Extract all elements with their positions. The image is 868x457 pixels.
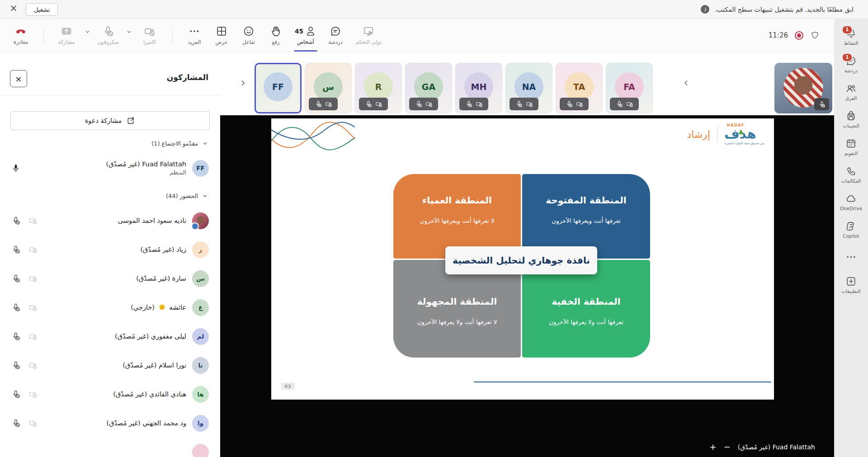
participants-panel-header: المشاركون × [0,52,220,96]
avatar: TA [565,72,594,101]
participant-row[interactable]: ع عائشه (خارجي) [0,293,220,322]
rail-item-chat[interactable]: 1 دردشة [834,50,868,78]
rail-item-onedrive[interactable]: OneDrive [834,188,868,216]
participant-row-organizer[interactable]: FF Fuad Falattah (غير مُصدّق) المنظم [0,154,220,183]
camera-dropdown-chevron[interactable] [123,19,135,52]
video-tile[interactable]: TA [556,63,603,113]
participant-row[interactable]: نا نورا اسلام (غير مُصدّق) [0,351,220,380]
camera-off-icon [28,332,38,341]
participant-row[interactable]: وا ود محمد الجهني (غير مُصدّق) [0,409,220,438]
view-button[interactable]: عرض [208,19,235,52]
meeting-toolbar: مغادرة مشاركة ميكروفون كاميرا المزيد عرض… [0,19,834,52]
camera-button[interactable]: كاميرا [135,19,164,52]
more-button[interactable]: المزيد [181,19,208,52]
rail-item-label: الفرق [845,95,857,101]
meeting-timer: 11:26 [769,31,788,39]
participant-name: ناديه سعود احمد الموسى [118,217,186,224]
participant-row[interactable]: لم ليلى مغفوري (غير مُصدّق) [0,322,220,351]
avatar: FF [264,72,292,101]
rail-item-activity[interactable]: 1 النشاط [834,23,868,50]
people-icon [305,25,316,37]
share-invite-button[interactable]: مشاركة دعوة [10,111,210,130]
people-button[interactable]: 45 أشخاص [289,19,322,52]
recording-indicator-icon [795,31,803,40]
participant-row[interactable]: ها هنادي القائدي (غير مُصدّق) [0,380,220,409]
participant-row[interactable]: ناديه سعود احمد الموسى [0,206,220,235]
mic-on-icon[interactable] [11,164,20,173]
copilot-icon [845,221,857,232]
camera-off-icon [144,25,156,37]
quadrant-subtitle: لا تعرفها أنت ويعرفها الآخرون [420,217,495,224]
video-tile[interactable]: R [355,63,402,113]
rail-item-calendar[interactable]: التقويم [834,133,868,160]
video-tile[interactable]: س [305,63,352,113]
tile-status-badge [459,98,488,110]
strip-expand-chevron[interactable] [239,79,247,87]
camera-off-icon [425,100,433,108]
rail-item-more[interactable] [834,243,868,271]
participant-name: سارة (غير مُصدّق) [136,275,186,282]
turn-on-notifications-button[interactable]: تشغيل [26,3,58,16]
video-tile[interactable]: FA [606,63,653,113]
participant-row[interactable] [0,438,220,457]
rail-item-teams[interactable]: الفرق [834,78,868,105]
quadrant-subtitle: تعرفها أنت ولا يعرفها الآخرون [549,318,623,325]
video-tile[interactable]: NA [505,63,552,113]
share-screen-icon [61,25,72,37]
slide-footer-line [474,382,771,382]
apps-icon [845,276,857,287]
attendees-section-header[interactable]: الحضور (44) [0,185,220,206]
zoom-out-button[interactable]: − [724,443,731,451]
mic-off-icon [11,274,20,283]
video-tile[interactable]: MH [455,63,502,113]
johari-quadrant-top-right: المنطقة المفتوحةتعرفها أنت ويعرفها الآخر… [522,174,650,259]
share-invite-icon [126,116,135,125]
mic-off-icon [566,100,573,108]
mic-off-icon [415,100,422,108]
participant-row[interactable]: ز زياد (غير مُصدّق) [0,235,220,264]
participant-name: نورا اسلام (غير مُصدّق) [123,362,186,369]
meeting-status-group: 11:26 [769,19,834,52]
raise-hand-button[interactable]: رفع [262,19,289,52]
avatar: س [192,270,209,287]
tile-list: FF س R GA MH NA TA [255,63,653,113]
mic-off-icon [11,419,20,428]
teams-meeting-window: { "banner": { "message": "ابق مطلعًا بال… [0,0,868,457]
camera-off-icon [28,303,38,312]
take-control-button[interactable]: تولي التحكم [349,19,388,52]
mic-off-icon [11,332,20,341]
mic-off-icon [365,100,372,108]
zoom-in-button[interactable]: + [710,443,717,451]
video-tile[interactable]: GA [405,63,452,113]
security-shield-icon [810,31,820,40]
tile-status-badge [509,98,538,110]
leave-button[interactable]: مغادرة [6,19,35,52]
video-tile-self[interactable] [774,63,832,113]
mic-button[interactable]: ميكروفون [94,19,123,52]
video-tile[interactable]: FF [255,63,302,113]
tile-status-badge [814,98,829,110]
strip-collapse-chevron[interactable] [682,79,690,87]
banner-close-icon[interactable]: × [8,3,19,14]
tile-status-badge [610,98,639,110]
participant-row[interactable]: س سارة (غير مُصدّق) [0,264,220,293]
more-icon [845,251,857,263]
share-button[interactable]: مشاركة [52,19,81,52]
panel-close-button[interactable]: × [10,70,27,87]
unread-badge: 1 [842,53,853,62]
banner-message: ابق مطلعًا بالجديد. قم بتشغيل تنبيهات سط… [715,6,854,13]
rail-item-assignments[interactable]: التعيينات [834,105,868,133]
rail-item-calls[interactable]: المكالمات [834,160,868,188]
rail-item-copilot[interactable]: Copilot [834,216,868,243]
react-button[interactable]: تفاعل [235,19,262,52]
avatar: وا [192,415,209,432]
avatar: ها [192,386,209,403]
chat-button[interactable]: دردشة [322,19,349,52]
mic-dropdown-chevron[interactable] [81,19,94,52]
mic-off-icon [11,216,20,225]
organizers-section-header[interactable]: مقدّمو الاجتماع (1) [0,133,220,154]
rail-item-apps[interactable]: التطبيقات [834,271,868,298]
participant-name: عائشه (خارجي) [131,304,186,311]
avatar: GA [414,72,443,101]
presentation-slide: HADAF هدف من صندوق تنمية الموارد البشرية… [271,118,774,400]
